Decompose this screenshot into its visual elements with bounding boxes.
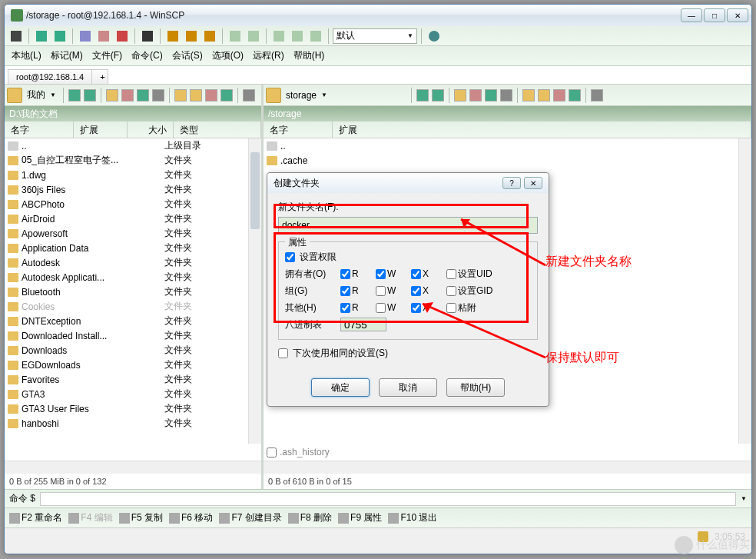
refresh-icon[interactable] <box>485 89 497 101</box>
chevron-down-icon[interactable]: ▼ <box>741 495 747 502</box>
group-x[interactable] <box>411 286 421 296</box>
list-item[interactable]: 1.dwg文件夹 <box>5 168 261 182</box>
list-item[interactable]: 360js Files文件夹 <box>5 182 261 197</box>
fkey-button[interactable]: F4 编辑 <box>67 511 114 524</box>
home-icon[interactable] <box>469 89 482 101</box>
chevron-down-icon[interactable]: ▼ <box>50 92 59 98</box>
fkey-button[interactable]: F6 移动 <box>167 511 214 524</box>
group-w[interactable] <box>376 286 386 296</box>
up-icon[interactable] <box>106 89 118 101</box>
owner-x[interactable] <box>411 269 421 279</box>
newfolder-icon[interactable] <box>190 89 202 101</box>
list-item[interactable]: GTA3 User Files文件夹 <box>5 401 261 416</box>
col-size[interactable]: 大小 <box>128 121 174 138</box>
owner-r[interactable] <box>340 269 350 279</box>
other-r[interactable] <box>340 303 350 313</box>
local-nav-label[interactable]: 我的 <box>24 88 48 101</box>
local-filelist[interactable]: ..上级目录05_自控工程室电子签...文件夹1.dwg文件夹360js Fil… <box>5 138 261 461</box>
bookmark-icon[interactable] <box>522 89 535 101</box>
other-w[interactable] <box>376 303 386 313</box>
move-icon[interactable] <box>95 28 112 45</box>
chevron-down-icon[interactable]: ▼ <box>321 92 330 98</box>
remember-checkbox[interactable] <box>278 348 288 358</box>
tree-icon[interactable] <box>243 89 255 101</box>
list-item[interactable]: .ash_history <box>267 447 330 458</box>
list-item[interactable]: Downloaded Install...文件夹 <box>5 328 261 343</box>
copy-icon[interactable] <box>77 28 94 45</box>
home-icon[interactable] <box>121 89 134 101</box>
maximize-button[interactable]: □ <box>704 8 725 22</box>
other-x[interactable] <box>411 303 421 313</box>
list-item[interactable]: Autodesk文件夹 <box>5 255 261 270</box>
layout5-icon[interactable] <box>307 28 324 45</box>
tool-icon[interactable] <box>164 28 181 45</box>
menu-help[interactable]: 帮助(H) <box>290 47 329 65</box>
file-checkbox[interactable] <box>267 448 277 458</box>
bookmark-icon[interactable] <box>174 89 187 101</box>
house-icon[interactable] <box>553 89 565 101</box>
list-item[interactable]: ABCPhoto文件夹 <box>5 197 261 211</box>
sgid-checkbox[interactable] <box>446 286 456 296</box>
list-item[interactable]: Apowersoft文件夹 <box>5 226 261 241</box>
find-icon[interactable] <box>152 89 164 101</box>
list-item[interactable]: GTA3文件夹 <box>5 387 261 401</box>
back-icon[interactable] <box>68 89 81 101</box>
menu-remote[interactable]: 远程(R) <box>249 47 288 65</box>
fkey-button[interactable]: F5 复制 <box>118 511 164 524</box>
list-item[interactable]: AirDroid文件夹 <box>5 211 261 226</box>
cancel-button[interactable]: 取消 <box>379 378 437 397</box>
suid-checkbox[interactable] <box>446 269 456 279</box>
gear-icon[interactable] <box>8 28 25 45</box>
add-session-tab[interactable]: + <box>91 69 108 84</box>
col-name[interactable]: 名字 <box>5 121 74 138</box>
octal-input[interactable] <box>340 318 386 331</box>
menu-file[interactable]: 文件(F) <box>88 47 126 65</box>
scrollbar-vertical[interactable] <box>738 138 751 444</box>
session-tab[interactable]: root@192.168.1.4 <box>8 69 92 84</box>
root-icon[interactable] <box>220 89 233 101</box>
list-item[interactable]: 05_自控工程室电子签...文件夹 <box>5 153 261 168</box>
col-ext[interactable]: 扩展 <box>333 121 751 138</box>
list-item[interactable]: .. <box>264 138 751 153</box>
up-icon[interactable] <box>454 89 466 101</box>
list-item[interactable]: EGDownloads文件夹 <box>5 358 261 372</box>
folder-name-input[interactable] <box>278 217 538 234</box>
menu-command[interactable]: 命令(C) <box>128 47 167 65</box>
set-perm-checkbox[interactable] <box>285 252 295 262</box>
globe-icon[interactable] <box>426 28 443 45</box>
menu-mark[interactable]: 标记(M) <box>47 47 87 65</box>
transfer-mode-combo[interactable]: 默认▼ <box>333 28 417 44</box>
list-item[interactable]: Autodesk Applicati...文件夹 <box>5 270 261 284</box>
menu-local[interactable]: 本地(L) <box>8 47 45 65</box>
owner-w[interactable] <box>376 269 386 279</box>
refresh-icon[interactable] <box>51 28 68 45</box>
layout1-icon[interactable] <box>227 28 244 45</box>
newfolder-icon[interactable] <box>538 89 550 101</box>
forward-icon[interactable] <box>84 89 96 101</box>
scrollbar-horizontal[interactable] <box>5 461 261 474</box>
menu-options[interactable]: 选项(O) <box>208 47 247 65</box>
fkey-button[interactable]: F10 退出 <box>386 511 439 524</box>
list-item[interactable]: .cache <box>264 153 751 168</box>
ok-button[interactable]: 确定 <box>311 378 370 397</box>
back-icon[interactable] <box>416 89 429 101</box>
layout4-icon[interactable] <box>289 28 306 45</box>
delete-icon[interactable] <box>114 28 131 45</box>
list-item[interactable]: Cookies文件夹 <box>5 299 261 314</box>
close-button[interactable]: ✕ <box>524 177 542 189</box>
list-item[interactable]: DNTException文件夹 <box>5 314 261 328</box>
layout3-icon[interactable] <box>270 28 287 45</box>
layout2-icon[interactable] <box>245 28 262 45</box>
help-button[interactable]: 帮助(H) <box>446 378 505 397</box>
col-ext[interactable]: 扩展 <box>74 121 128 138</box>
remote-nav-label[interactable]: storage <box>283 90 320 101</box>
tree-icon[interactable] <box>591 89 603 101</box>
list-item[interactable]: ..上级目录 <box>5 138 261 153</box>
terminal-icon[interactable] <box>139 28 156 45</box>
group-r[interactable] <box>340 286 350 296</box>
menu-session[interactable]: 会话(S) <box>168 47 207 65</box>
refresh-icon[interactable] <box>137 89 149 101</box>
fkey-button[interactable]: F7 创建目录 <box>217 511 283 524</box>
minimize-button[interactable]: — <box>681 8 702 22</box>
col-type[interactable]: 类型 <box>174 121 261 138</box>
